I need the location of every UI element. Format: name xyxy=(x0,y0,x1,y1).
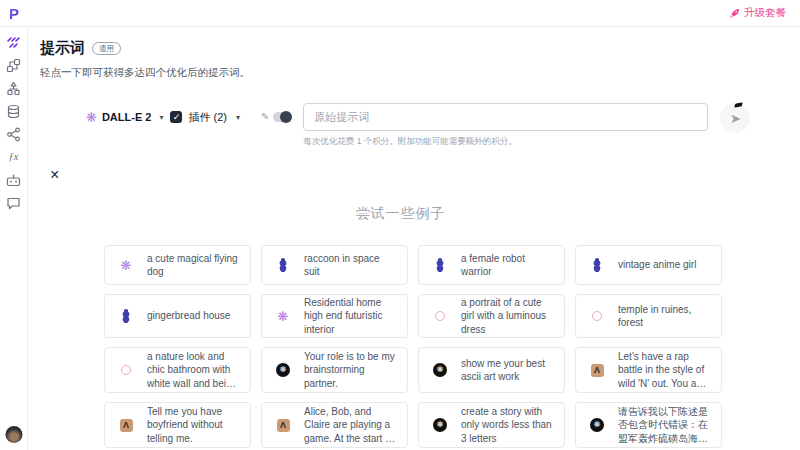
credit-note: 每次优化花费 1 个积分。附加功能可能需要额外的积分。 xyxy=(303,136,708,148)
example-card[interactable]: Λ Alice, Bob, and Claire are playing a g… xyxy=(261,402,408,448)
user-avatar[interactable] xyxy=(5,426,22,443)
main-content: 提示词 通用 轻点一下即可获得多达四个优化后的提示词。 ❋ DALL-E 2 ▾… xyxy=(28,27,800,450)
example-card[interactable]: Λ Tell me you have boyfriend without tel… xyxy=(104,402,251,448)
page-title: 提示词 xyxy=(40,39,85,58)
sd-icon-slot xyxy=(419,258,461,272)
example-card[interactable]: ❋ 请告诉我以下陈述是否包含时代错误：在盟军轰炸硫磺岛海滩期间，拉尔夫大声.. xyxy=(575,402,722,448)
claude-icon-slot: Λ xyxy=(262,419,304,432)
openai-icon: ❋ xyxy=(86,111,97,124)
function-icon: ƒx xyxy=(9,152,19,163)
claude-icon: Λ xyxy=(120,419,133,432)
ring-icon xyxy=(435,311,445,321)
claude-icon-slot: Λ xyxy=(105,419,147,432)
example-card-text: show me your best ascii art work xyxy=(461,357,564,383)
example-card[interactable]: ❋ create a story with only words less th… xyxy=(418,402,565,448)
example-card-text: temple in ruines, forest xyxy=(618,303,721,329)
sidebar-item-prompts[interactable] xyxy=(6,35,21,50)
openai-icon-slot: ❋ xyxy=(262,310,304,323)
promptperfect-logo[interactable]: P xyxy=(9,6,19,21)
prompt-controls: ❋ DALL-E 2 ▾ ✓ 插件 (2) ▾ ✎ 每次优化花费 1 个积分。附… xyxy=(86,103,750,148)
chat-icon xyxy=(6,196,21,211)
sidebar-item-assistants[interactable] xyxy=(6,173,21,188)
example-card-text: Let's have a rap battle in the style of … xyxy=(618,350,721,390)
example-card-text: 请告诉我以下陈述是否包含时代错误：在盟军轰炸硫磺岛海滩期间，拉尔夫大声.. xyxy=(618,405,721,445)
upgrade-plan-link[interactable]: 升级套餐 xyxy=(729,6,786,20)
openai-icon-slot: ❋ xyxy=(105,259,147,272)
example-card-text: gingerbread house xyxy=(147,309,250,322)
prompt-input[interactable] xyxy=(303,103,708,131)
example-card-text: a female robot warrior xyxy=(461,252,564,278)
sd-icon-slot xyxy=(262,258,304,272)
ring-icon xyxy=(121,365,131,375)
rocket-icon xyxy=(729,8,740,19)
chevron-down-icon: ▾ xyxy=(236,113,240,122)
examples-grid: ❋ a cute magical flying dog raccoon in s… xyxy=(104,245,724,448)
chevron-down-icon: ▾ xyxy=(159,113,163,122)
pencil-icon: ✎ xyxy=(261,112,269,122)
close-icon[interactable]: × xyxy=(50,167,59,183)
hierarchy-icon xyxy=(6,81,21,96)
gpt-icon-slot: ❋ xyxy=(419,363,461,377)
ring-icon-slot xyxy=(576,311,618,321)
sidebar-item-hierarchy[interactable] xyxy=(6,81,21,96)
example-card[interactable]: a portrait of a cute girl with a luminou… xyxy=(418,294,565,338)
ring-icon xyxy=(592,311,602,321)
example-card-text: raccoon in space suit xyxy=(304,252,407,278)
sidebar-item-integrations[interactable] xyxy=(6,127,21,142)
stable-diffusion-icon xyxy=(121,309,131,323)
example-card[interactable]: ❋ a cute magical flying dog xyxy=(104,245,251,285)
chatgpt-icon: ❋ xyxy=(433,363,447,377)
chatgpt-icon: ❋ xyxy=(433,418,447,432)
example-card[interactable]: Λ Let's have a rap battle in the style o… xyxy=(575,347,722,393)
example-card-text: a cute magical flying dog xyxy=(147,252,250,278)
example-card[interactable]: raccoon in space suit xyxy=(261,245,408,285)
database-icon xyxy=(6,104,21,119)
model-select[interactable]: ❋ DALL-E 2 ▾ xyxy=(86,103,163,131)
gpt-icon-slot: ❋ xyxy=(262,363,304,377)
example-card-text: a nature look and chic bathroom with whi… xyxy=(147,350,250,390)
claude-icon: Λ xyxy=(591,364,604,377)
chatgpt-icon: ❋ xyxy=(590,418,604,432)
title-badge: 通用 xyxy=(92,42,121,56)
example-card[interactable]: ❋ Residential home high end futuristic i… xyxy=(261,294,408,338)
examples-heading: 尝试一些例子 xyxy=(28,205,773,223)
sidebar-item-data[interactable] xyxy=(6,104,21,119)
example-card-text: create a story with only words less than… xyxy=(461,405,564,445)
prompts-icon xyxy=(6,35,21,50)
chatgpt-icon: ❋ xyxy=(276,363,290,377)
topbar: P 升级套餐 xyxy=(0,0,800,27)
sidebar-item-flows[interactable] xyxy=(6,58,21,73)
example-card[interactable]: a female robot warrior xyxy=(418,245,565,285)
auto-optimize-toggle[interactable] xyxy=(273,112,291,122)
page-subtitle: 轻点一下即可获得多达四个优化后的提示词。 xyxy=(40,66,250,80)
example-card[interactable]: ❋ Your role is to be my brainstorming pa… xyxy=(261,347,408,393)
openai-icon: ❋ xyxy=(121,259,132,272)
share-nodes-icon xyxy=(6,127,21,142)
sidebar-item-chat[interactable] xyxy=(6,196,21,211)
send-icon: ➤ xyxy=(730,112,741,125)
ring-icon-slot xyxy=(419,311,461,321)
page-header: 提示词 通用 轻点一下即可获得多达四个优化后的提示词。 xyxy=(40,39,250,80)
plugins-checkbox[interactable]: ✓ xyxy=(170,111,182,123)
example-card[interactable]: gingerbread house xyxy=(104,294,251,338)
example-card[interactable]: vintage anime girl xyxy=(575,245,722,285)
sd-icon-slot xyxy=(576,258,618,272)
example-card[interactable]: a nature look and chic bathroom with whi… xyxy=(104,347,251,393)
example-card-text: Tell me you have boyfriend without telli… xyxy=(147,405,250,445)
sidebar-item-functions[interactable]: ƒx xyxy=(6,150,21,165)
example-card-text: Your role is to be my brainstorming part… xyxy=(304,350,407,390)
plugins-label: 插件 (2) xyxy=(188,110,227,125)
example-card[interactable]: ❋ show me your best ascii art work xyxy=(418,347,565,393)
sidebar: ƒx xyxy=(0,27,28,450)
openai-icon: ❋ xyxy=(278,310,289,323)
plugins-dropdown[interactable]: ✓ 插件 (2) ▾ xyxy=(170,103,240,131)
robot-icon xyxy=(6,173,21,188)
send-button[interactable]: ➤ xyxy=(720,103,750,133)
gpt-icon-slot: ❋ xyxy=(576,418,618,432)
sd-icon-slot xyxy=(105,309,147,323)
claude-icon-slot: Λ xyxy=(576,364,618,377)
auto-optimize-toggle-group: ✎ xyxy=(261,103,291,131)
toggle-knob xyxy=(280,111,292,123)
example-card[interactable]: temple in ruines, forest xyxy=(575,294,722,338)
example-card-text: Alice, Bob, and Claire are playing a gam… xyxy=(304,405,407,445)
